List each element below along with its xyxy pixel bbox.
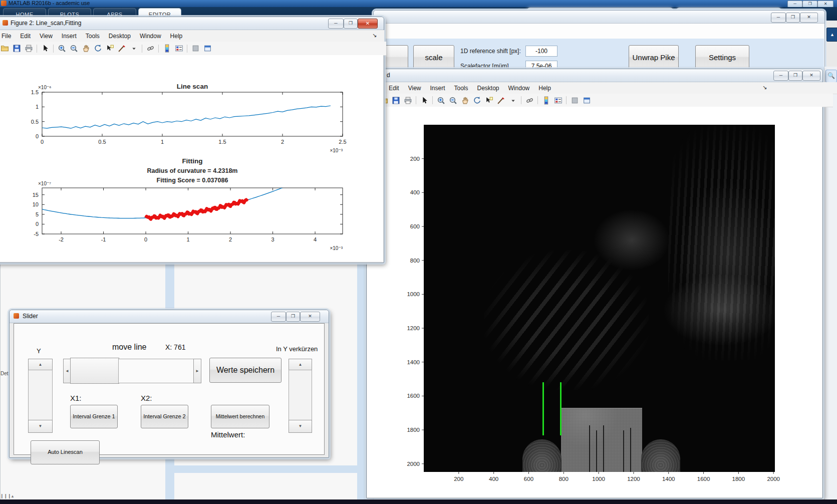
data-cursor-icon[interactable] (104, 44, 115, 54)
toolstrip-collapse-icon[interactable]: ▲ (826, 28, 837, 42)
brush-icon[interactable] (495, 95, 506, 105)
menu-insert[interactable]: Insert (57, 31, 81, 42)
dropdown-icon[interactable] (507, 95, 518, 105)
scale-button[interactable]: scale (413, 45, 454, 70)
figure2-client (0, 55, 383, 262)
unwrap-pike-button[interactable]: Unwrap Pike (629, 45, 679, 70)
menu-desktop[interactable]: Desktop (104, 31, 135, 42)
menu-tools[interactable]: Tools (450, 83, 473, 94)
zoom-out-icon[interactable] (68, 44, 79, 54)
colorbar-icon[interactable] (161, 44, 172, 54)
main-close-button[interactable]: ✕ (817, 1, 833, 8)
slider-restore-button[interactable]: ❐ (286, 312, 300, 322)
interferogram-image[interactable]: 405 (424, 125, 775, 472)
move-line-label: move line (112, 343, 146, 352)
menu-view[interactable]: View (404, 83, 426, 94)
imgfig-restore-button[interactable]: ❐ (788, 71, 802, 81)
shorten-slider-up-arrow[interactable]: ▲ (289, 359, 312, 371)
imgfig-minimize-button[interactable]: ─ (773, 71, 788, 81)
slider-close-button[interactable]: ✕ (300, 312, 320, 322)
menu-file[interactable]: File (0, 31, 16, 42)
zoom-in-icon[interactable] (56, 44, 67, 54)
figure2-titlebar[interactable]: Figure 2: Line_scan,Fitting (0, 17, 384, 30)
shorten-slider-down-arrow[interactable]: ▼ (289, 420, 312, 433)
menu-window[interactable]: Window (504, 83, 534, 94)
auto-linescan-button[interactable]: Auto Linescan (31, 440, 100, 464)
image-figure-titlebar[interactable]: d (367, 69, 822, 82)
zoom-in-icon[interactable] (435, 95, 446, 105)
slider-minimize-button[interactable]: ─ (271, 312, 286, 322)
print-icon[interactable] (402, 95, 413, 105)
toolbar-separator (432, 96, 433, 104)
main-restore-button[interactable]: ❐ (802, 1, 817, 8)
dock-icon[interactable] (202, 44, 213, 54)
open-icon[interactable] (0, 44, 10, 54)
legend-icon[interactable] (552, 95, 564, 105)
pan-icon[interactable] (80, 44, 91, 54)
matlab-logo-icon (1, 1, 7, 6)
chip-trace (596, 430, 597, 472)
menu-edit[interactable]: Edit (16, 31, 35, 42)
y-slider-up-arrow[interactable]: ▲ (28, 359, 53, 371)
compute-mean-button[interactable]: Mittelwert berechnen (211, 405, 269, 428)
brush-icon[interactable] (116, 44, 127, 54)
fig2-close-button[interactable]: ✕ (358, 19, 378, 29)
menu-window[interactable]: Window (135, 31, 166, 42)
imgfig-close-button[interactable]: ✕ (802, 71, 820, 81)
link-icon[interactable] (524, 95, 535, 105)
statusbar-grip[interactable]: ❙❙❙▴ (0, 492, 17, 499)
chip-trace (630, 428, 631, 472)
rotate3d-icon[interactable] (92, 44, 103, 54)
menu-help[interactable]: Help (534, 83, 555, 94)
search-icon[interactable]: 🔍 (825, 70, 837, 83)
grip-bars-icon: ❙❙❙ (0, 493, 12, 498)
imgfig-dock-arrow-icon[interactable]: ↘ (762, 84, 767, 91)
fig2-minimize-button[interactable]: ─ (328, 19, 344, 29)
link-icon[interactable] (145, 44, 156, 54)
x-slider-right-arrow[interactable]: ► (193, 359, 201, 383)
fig2-dock-arrow-icon[interactable]: ↘ (372, 32, 377, 39)
print-icon[interactable] (23, 44, 34, 54)
gui-minimize-button[interactable]: ─ (771, 13, 786, 23)
pan-icon[interactable] (459, 95, 470, 105)
ref-shift-label: 1D reference shift [px]: (460, 48, 521, 55)
ref-shift-input[interactable] (525, 46, 557, 57)
menu-help[interactable]: Help (166, 31, 187, 42)
dock-empty-icon[interactable] (190, 44, 201, 54)
matlab-titlebar[interactable]: MATLAB R2016b - academic use ─ ❐ ✕ (0, 0, 837, 7)
gui-titlebar[interactable] (374, 11, 824, 24)
main-minimize-button[interactable]: ─ (787, 1, 802, 8)
menu-insert[interactable]: Insert (425, 83, 449, 94)
dock-icon[interactable] (581, 95, 592, 105)
x-slider-thumb[interactable] (70, 358, 119, 384)
colorbar-icon[interactable] (540, 95, 551, 105)
save-values-button[interactable]: Werte speichern (209, 358, 282, 383)
legend-icon[interactable] (173, 44, 184, 54)
rotate3d-icon[interactable] (471, 95, 482, 105)
gui-close-button[interactable]: ✕ (800, 13, 818, 23)
slider-panel: Y ▲ ▼ move line X: 761 In Y verkürzen ◄ … (14, 323, 325, 455)
menu-view[interactable]: View (35, 31, 57, 42)
save-icon[interactable] (390, 95, 401, 105)
menu-desktop[interactable]: Desktop (473, 83, 504, 94)
settings-button[interactable]: Settings (695, 45, 749, 70)
data-cursor-icon[interactable] (483, 95, 494, 105)
y-slider-track[interactable] (28, 370, 53, 421)
interval-limit-2-button[interactable]: Interval Grenze 2 (141, 405, 188, 428)
fig2-maximize-button[interactable]: ❐ (344, 19, 358, 29)
dropdown-icon[interactable] (128, 44, 139, 54)
linescan-marker-1[interactable] (542, 382, 544, 435)
y-slider-down-arrow[interactable]: ▼ (28, 420, 53, 433)
shorten-slider-track[interactable] (289, 370, 312, 421)
cursor-icon[interactable] (40, 44, 51, 54)
menu-edit[interactable]: Edit (384, 83, 404, 94)
interval-limit-1-button[interactable]: Interval Grenze 1 (70, 405, 118, 428)
gui-restore-button[interactable]: ❐ (786, 13, 800, 23)
x-slider-track[interactable] (118, 359, 194, 383)
menu-tools[interactable]: Tools (81, 31, 104, 42)
save-icon[interactable] (11, 44, 22, 54)
cursor-icon[interactable] (419, 95, 430, 105)
dock-empty-icon[interactable] (569, 95, 580, 105)
zoom-out-icon[interactable] (447, 95, 458, 105)
linescan-marker-2[interactable] (560, 382, 562, 435)
